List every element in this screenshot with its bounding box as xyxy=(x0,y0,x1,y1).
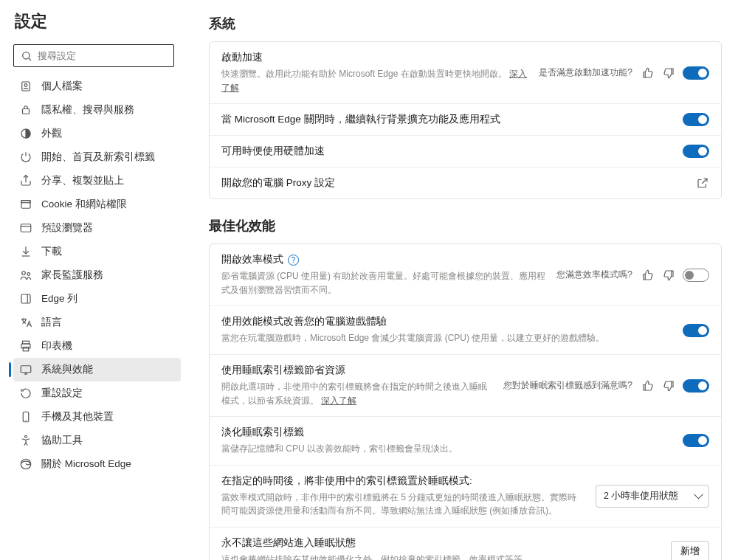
thumbs-down-icon[interactable] xyxy=(662,379,675,393)
lock-icon xyxy=(19,103,32,117)
sidebar-item-downloads[interactable]: 下載 xyxy=(13,240,181,263)
sidebar-item-label: Cookie 和網站權限 xyxy=(41,198,127,211)
thumbs-down-icon[interactable] xyxy=(662,269,675,282)
sidebar-item-default-browser[interactable]: 預設瀏覽器 xyxy=(13,216,181,240)
row-background-apps: 當 Microsoft Edge 關閉時，繼續執行背景擴充功能及應用程式 xyxy=(210,103,721,135)
sidebar-item-label: 家長監護服務 xyxy=(41,269,103,282)
row-fade-sleeping-tabs: 淡化睡眠索引標籤 當儲存記憶體和 CPU 以改善效能時，索引標籤會呈現淡出。 xyxy=(210,416,721,465)
row-title: 使用睡眠索引標籤節省資源 xyxy=(221,364,493,377)
add-site-button[interactable]: 新增 xyxy=(671,541,709,560)
power-icon xyxy=(19,151,32,164)
toggle-background-apps[interactable] xyxy=(683,113,709,126)
sidebar-item-label: 關於 Microsoft Edge xyxy=(41,457,131,471)
row-desc: 快速瀏覽。啟用此功能有助於 Microsoft Edge 在啟動裝置時更快地開啟… xyxy=(221,67,528,94)
svg-rect-8 xyxy=(21,224,31,232)
row-desc: 當效率模式開啟時，非作用中的索引標籤將在 5 分鐘或更短的時間後進入睡眠狀態。實… xyxy=(221,491,585,518)
browser-icon xyxy=(19,221,32,235)
row-sleeping-tabs: 使用睡眠索引標籤節省資源 開啟此選項時，非使用中的索引標籤將會在指定的時間之後進… xyxy=(210,354,721,416)
sidebar-item-label: 下載 xyxy=(41,245,62,258)
sidebar-item-cookies[interactable]: Cookie 和網站權限 xyxy=(13,193,181,216)
help-icon[interactable]: ? xyxy=(288,255,299,266)
toggle-sleeping-tabs[interactable] xyxy=(683,379,709,393)
row-title: 開啟您的電腦 Proxy 設定 xyxy=(221,176,686,190)
card-system: 啟動加速 快速瀏覽。啟用此功能有助於 Microsoft Edge 在啟動裝置時… xyxy=(209,41,722,199)
sidebar-item-system[interactable]: 系統與效能 xyxy=(13,358,181,381)
feedback-label: 您滿意效率模式嗎? xyxy=(556,269,632,281)
external-link-icon xyxy=(696,176,709,190)
svg-rect-4 xyxy=(23,109,30,114)
sidebar-item-family[interactable]: 家長監護服務 xyxy=(13,263,181,287)
search-input[interactable] xyxy=(13,44,174,67)
sidebar-item-share[interactable]: 分享、複製並貼上 xyxy=(13,169,181,193)
row-startup-boost: 啟動加速 快速瀏覽。啟用此功能有助於 Microsoft Edge 在啟動裝置時… xyxy=(210,42,721,103)
sidebar-item-label: 分享、複製並貼上 xyxy=(41,174,124,187)
search-icon xyxy=(21,50,32,62)
sidebar-item-about[interactable]: 關於 Microsoft Edge xyxy=(13,452,181,476)
sidebar-item-languages[interactable]: 語言 xyxy=(13,311,181,334)
page-title: 設定 xyxy=(15,10,181,32)
sidebar-item-label: 系統與效能 xyxy=(41,363,93,376)
toggle-fade-sleeping-tabs[interactable] xyxy=(683,434,709,447)
sidebar-item-phone[interactable]: 手機及其他裝置 xyxy=(13,405,181,429)
cookies-icon xyxy=(19,198,32,211)
row-sleep-timer: 在指定的時間後，將非使用中的索引標籤置於睡眠模式: 當效率模式開啟時，非作用中的… xyxy=(210,465,721,527)
row-title: 在指定的時間後，將非使用中的索引標籤置於睡眠模式: xyxy=(221,474,585,488)
row-desc: 節省電腦資源 (CPU 使用量) 有助於改善用電量。好處可能會根據您的裝置、應用… xyxy=(221,269,546,297)
thumbs-up-icon[interactable] xyxy=(641,269,655,282)
sidebar-item-label: Edge 列 xyxy=(41,292,77,305)
row-title: 啟動加速 xyxy=(221,51,528,64)
heading-system: 系統 xyxy=(209,15,722,32)
sidebar-item-printers[interactable]: 印表機 xyxy=(13,334,181,358)
reset-icon xyxy=(19,387,32,400)
toggle-hardware-acceleration[interactable] xyxy=(683,145,709,158)
edge-icon xyxy=(19,457,32,471)
sidebar-item-appearance[interactable]: 外觀 xyxy=(13,122,181,145)
sidebar-item-label: 協助工具 xyxy=(41,434,83,447)
learn-more-link[interactable]: 深入了解 xyxy=(321,395,356,406)
row-efficiency-mode: 開啟效率模式 ? 節省電腦資源 (CPU 使用量) 有助於改善用電量。好處可能會… xyxy=(210,244,721,305)
profile-icon xyxy=(19,80,32,93)
row-hardware-acceleration: 可用時便使用硬體加速 xyxy=(210,135,721,167)
row-desc: 開啟此選項時，非使用中的索引標籤將會在指定的時間之後進入睡眠模式，以節省系統資源… xyxy=(221,380,493,407)
row-never-sleep-sites: 永不讓這些網站進入睡眠狀態 這也會將網站排除在其他效能優化之外，例如捨棄的索引標… xyxy=(210,527,721,560)
sidebar-item-profile[interactable]: 個人檔案 xyxy=(13,75,181,98)
svg-line-1 xyxy=(29,58,31,61)
sidebar-item-label: 預設瀏覽器 xyxy=(41,221,93,235)
toggle-efficiency-mode[interactable] xyxy=(683,269,709,282)
row-desc: 當儲存記憶體和 CPU 以改善效能時，索引標籤會呈現淡出。 xyxy=(221,442,672,456)
sidebar-item-accessibility[interactable]: 協助工具 xyxy=(13,429,181,452)
sidebar-item-start[interactable]: 開始、首頁及新索引標籤 xyxy=(13,145,181,169)
sidebar-nav: 個人檔案 隱私權、搜尋與服務 外觀 開始、首頁及新索引標籤 分享、複製並貼上 C… xyxy=(13,75,181,476)
svg-point-3 xyxy=(24,84,27,87)
sidebar-item-label: 隱私權、搜尋與服務 xyxy=(41,103,134,117)
row-desc: 當您在玩電腦遊戲時，Microsoft Edge 會減少其電腦資源 (CPU) … xyxy=(221,331,672,345)
download-icon xyxy=(19,245,32,258)
sidebar-item-label: 外觀 xyxy=(41,127,62,140)
thumbs-up-icon[interactable] xyxy=(641,66,655,80)
accessibility-icon xyxy=(19,434,32,447)
card-performance: 開啟效率模式 ? 節省電腦資源 (CPU 使用量) 有助於改善用電量。好處可能會… xyxy=(209,243,722,560)
sidebar-item-reset[interactable]: 重設設定 xyxy=(13,381,181,405)
sidebar: 設定 個人檔案 隱私權、搜尋與服務 外觀 開始、首頁及新索引標籤 分享、複製並貼… xyxy=(0,0,188,560)
row-title: 永不讓這些網站進入睡眠狀態 xyxy=(221,536,661,550)
row-title: 當 Microsoft Edge 關閉時，繼續執行背景擴充功能及應用程式 xyxy=(221,113,672,126)
sidebar-item-edge-bar[interactable]: Edge 列 xyxy=(13,287,181,311)
svg-rect-6 xyxy=(21,201,30,209)
thumbs-up-icon[interactable] xyxy=(641,379,655,393)
row-title: 可用時便使用硬體加速 xyxy=(221,145,672,158)
svg-rect-11 xyxy=(21,294,30,303)
thumbs-down-icon[interactable] xyxy=(662,66,675,80)
sidebar-item-label: 重設設定 xyxy=(41,387,83,400)
sidebar-item-label: 語言 xyxy=(41,316,62,329)
row-title: 淡化睡眠索引標籤 xyxy=(221,426,672,439)
toggle-gaming-mode[interactable] xyxy=(683,324,709,337)
main-content: 系統 啟動加速 快速瀏覽。啟用此功能有助於 Microsoft Edge 在啟動… xyxy=(188,0,738,560)
heading-performance: 最佳化效能 xyxy=(209,217,722,235)
row-proxy-settings[interactable]: 開啟您的電腦 Proxy 設定 xyxy=(210,167,721,198)
svg-point-17 xyxy=(25,435,27,438)
sleep-timer-dropdown[interactable]: 2 小時非使用狀態 xyxy=(596,485,709,508)
sidebar-item-privacy[interactable]: 隱私權、搜尋與服務 xyxy=(13,98,181,122)
language-icon xyxy=(19,316,32,329)
appearance-icon xyxy=(19,127,32,140)
toggle-startup-boost[interactable] xyxy=(683,66,709,80)
